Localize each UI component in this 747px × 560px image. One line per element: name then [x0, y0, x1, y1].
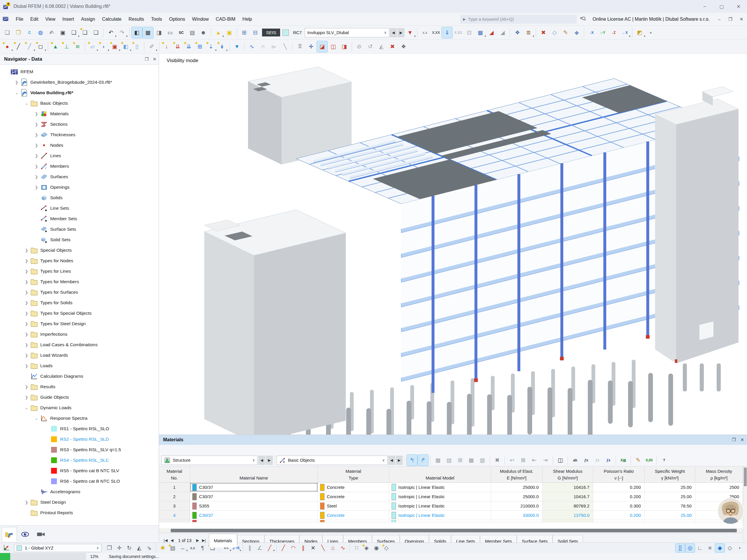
model-check-tools-button[interactable]: ✐▾	[147, 41, 157, 52]
mirror-objects-button[interactable]: ◭	[376, 41, 387, 52]
edit-angle-button[interactable]: ∠	[255, 544, 264, 553]
new-guide-line-button[interactable]: ✱	[158, 544, 168, 553]
visibility-axes-button[interactable]: ✛	[306, 41, 316, 52]
tree-item-lines[interactable]: ❯Lines	[0, 151, 159, 161]
draw-extension-button[interactable]: ╲	[318, 544, 328, 553]
select-objects-button[interactable]: ▲▾	[213, 27, 224, 38]
caret-collapsed-icon[interactable]: ❯	[23, 353, 30, 357]
table-row[interactable]: 1C30/37ConcreteIsotropic | Linear Elasti…	[159, 483, 747, 492]
tree-item-types-for-lines[interactable]: ❯Types for Lines	[0, 266, 159, 276]
edit-solid-display-button[interactable]: ✎	[560, 27, 571, 38]
tree-item-basic-objects[interactable]: ⌄Basic Objects	[0, 98, 159, 108]
cell-material-type[interactable]	[318, 520, 389, 522]
navigator-close-icon[interactable]: ✕	[153, 57, 156, 62]
mirror-object-button[interactable]: ◭	[134, 544, 144, 553]
cell-material-type[interactable]: Concrete	[318, 483, 389, 492]
menu-help[interactable]: Help	[239, 13, 256, 26]
draw-polygon-button[interactable]: ⌂	[328, 544, 338, 553]
project-object-button[interactable]: ⇘	[145, 544, 154, 553]
table-horizontal-scrollbar[interactable]	[159, 528, 747, 533]
caret-collapsed-icon[interactable]: ❯	[23, 269, 30, 273]
export-excel-button[interactable]: X▦	[618, 455, 628, 466]
cell-specific-weight[interactable]: 78.50	[645, 501, 695, 510]
close-button[interactable]: ✕	[730, 0, 747, 13]
cell-material-name[interactable]: C30/37	[190, 511, 318, 520]
tree-item-types-for-surfaces[interactable]: ❯Types for Surfaces	[0, 287, 159, 297]
next-load-case-button[interactable]: ▶	[397, 28, 405, 37]
draw-line-button[interactable]: ╱	[279, 544, 288, 553]
cell-specific-weight[interactable]: 25.00	[645, 483, 695, 492]
tree-item-sections[interactable]: ❯Sections	[0, 119, 159, 130]
keyword-search-input[interactable]: ▶ Type a keyword (Alt+Q)	[460, 15, 577, 24]
tree-item-response-spectra[interactable]: ⌄Response Spectra	[0, 413, 159, 424]
tree-item-solid-sets[interactable]: Solid Sets	[0, 235, 159, 245]
object-snap-toggle-button[interactable]: ◆	[715, 544, 724, 553]
tree-item-materials[interactable]: ❯Materials	[0, 108, 159, 119]
hscroll-thumb[interactable]	[171, 529, 737, 532]
tree-item-rs4-spettro-rsl-slc[interactable]: RS4 - Spettro RSL_SLC	[0, 455, 159, 465]
last-table-button[interactable]: ▶|	[202, 538, 206, 542]
caret-collapsed-icon[interactable]: ❯	[23, 322, 30, 326]
table-vertical-scrollbar[interactable]	[743, 466, 747, 544]
view-minus-x-button[interactable]: ←X▾	[619, 27, 630, 38]
new-free-line-load-button[interactable]: ⇣★▾	[206, 41, 216, 52]
tree-item-rs5-spettro-cat-b-ntc-slv[interactable]: RS5 - Spettro cat B NTC SLV	[0, 465, 159, 476]
cell-modulus-e[interactable]: 33000.0	[491, 511, 542, 520]
new-line-button[interactable]: ╱★	[13, 41, 24, 52]
cell-mass-density[interactable]: 2500	[695, 483, 743, 492]
materials-table[interactable]: MaterialNo.Material NameMaterialTypeMate…	[159, 466, 747, 528]
tree-item-accelerograms[interactable]: Accelerograms	[0, 486, 159, 497]
menu-file[interactable]: File	[12, 13, 27, 26]
tree-item-rs2-spettro-rsl-sld[interactable]: RS2 - Spettro RSL_SLD	[0, 434, 159, 445]
menu-options[interactable]: Options	[165, 13, 188, 26]
column-header-kg-m[interactable]: Mass Densityρ [kg/m³]	[695, 466, 743, 482]
snap-nodes-button[interactable]: ∷	[352, 544, 361, 553]
online-services-button[interactable]: ◍	[35, 27, 46, 38]
vscroll-thumb[interactable]	[744, 468, 747, 486]
tree-item-surface-sets[interactable]: Surface Sets	[0, 224, 159, 235]
cell-material-name[interactable]	[190, 520, 318, 522]
table-expand-button[interactable]: ▩	[466, 455, 476, 466]
panel-toggle-button[interactable]: ◨	[154, 27, 164, 38]
probe-values-button[interactable]: ╲	[280, 41, 290, 52]
tree-item-imperfections[interactable]: ❯Imperfections	[0, 329, 159, 340]
cell-material-type[interactable]: Steel	[318, 501, 389, 510]
caret-collapsed-icon[interactable]: ❯	[23, 259, 30, 263]
new-solid-button[interactable]: ◧★▾	[121, 41, 131, 52]
tab-camera-navigator[interactable]	[33, 527, 48, 542]
support-assistant-button[interactable]: ☻	[198, 27, 209, 38]
new-nodal-support-button[interactable]: ▲★	[50, 41, 61, 52]
maximize-button[interactable]: ▢	[713, 0, 730, 13]
section-display-button[interactable]: ◆	[571, 27, 582, 38]
clipping-plane-xz-button[interactable]: ◫	[328, 41, 338, 52]
caret-collapsed-icon[interactable]: ❯	[23, 343, 30, 347]
clipping-box-button[interactable]: ◨	[339, 41, 350, 52]
doc-minimize-button[interactable]: –	[714, 13, 725, 25]
tree-item-load-wizards[interactable]: ❯Load Wizards	[0, 350, 159, 361]
doc-restore-button[interactable]: ❐	[725, 13, 736, 25]
load-table-button[interactable]: ▦▾	[475, 27, 486, 38]
ghost-loads-button[interactable]: ⊡	[464, 27, 474, 38]
new-member-button[interactable]: ╱★▾	[24, 41, 35, 52]
plane-snap-toggle-button[interactable]: ◇	[725, 544, 735, 553]
menu-results[interactable]: Results	[125, 13, 148, 26]
caret-expanded-icon[interactable]: ⌄	[23, 101, 30, 106]
draw-spline-button[interactable]: ∿	[338, 544, 347, 553]
column-header-kn-m[interactable]: Specific Weightγ [kN/m³]	[645, 466, 695, 482]
new-surface-support-button[interactable]: ≋★	[72, 41, 83, 52]
caret-expanded-icon[interactable]: ⌄	[23, 405, 30, 410]
load-values-ghost-button[interactable]: X.XX	[453, 27, 463, 38]
cell-modulus-e[interactable]: 25000.0	[491, 483, 542, 492]
cell-poisson-ratio[interactable]: 0.200	[593, 492, 645, 501]
tree-item-line-sets[interactable]: Line Sets	[0, 203, 159, 213]
menu-assign[interactable]: Assign	[78, 13, 99, 26]
cell-material-model[interactable]: Isotropic | Linear Elastic	[389, 492, 491, 501]
tree-item-openings[interactable]: ❯Openings	[0, 182, 159, 192]
rotate-view-mode-button[interactable]: ↺	[365, 41, 376, 52]
annotation-button[interactable]: ¶	[198, 544, 207, 553]
building-model[interactable]	[159, 54, 747, 434]
tree-item-solids[interactable]: Solids	[0, 192, 159, 203]
model-viewport[interactable]: Visibility mode	[159, 54, 747, 434]
tree-item-calculation-diagrams[interactable]: Calculation Diagrams	[0, 371, 159, 381]
show-load-values-button[interactable]: ⇓	[442, 27, 452, 38]
